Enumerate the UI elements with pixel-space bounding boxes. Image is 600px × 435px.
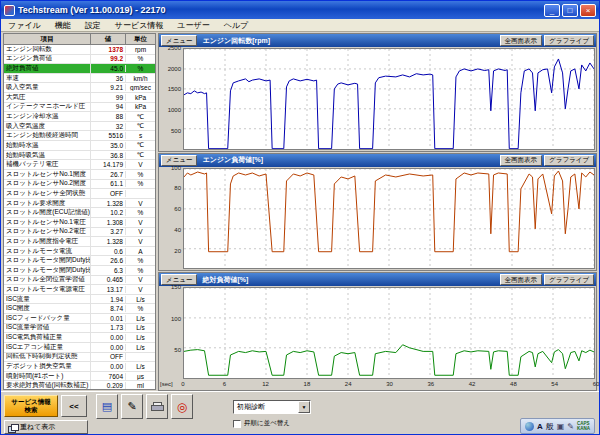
table-row[interactable]: ISC開度8.74% [4,304,155,314]
table-row[interactable]: 絶対負荷値45.0% [4,64,155,74]
table-row[interactable]: 要求絶対負荷値(回転数補正)0.209ml [4,381,155,390]
table-row[interactable]: スロットルモータ開閉Duty比26.6% [4,256,155,266]
collapse-button[interactable]: << [61,395,87,417]
table-row[interactable]: スロットルセンサ全閉状態OFF [4,189,155,199]
table-row[interactable]: 車速36km/h [4,74,155,84]
row-value: 1.73 [91,324,126,331]
row-unit: A [126,248,155,255]
chart-panel-0: メニューエンジン回転数[rpm]全画面表示グラフライブ5001000150020… [158,33,597,152]
table-row[interactable]: スロットルセンサNo.1電圧1.308V [4,218,155,228]
table-row[interactable]: 始動時水温35.0℃ [4,141,155,151]
table-row[interactable]: ISC流量学習値1.73L/s [4,324,155,334]
table-row[interactable]: スロットルセンサNo.1開度26.7% [4,170,155,180]
table-row[interactable]: スロットル開度指令電圧1.328V [4,237,155,247]
row-unit: kPa [126,94,155,101]
overlay-display-button[interactable]: 重ねて表示 [4,420,88,434]
row-unit: ml [126,382,155,389]
diagnosis-mode-dropdown[interactable]: 初期診断 ▼ [233,400,311,414]
table-row[interactable]: エンジン冷却水温88℃ [4,112,155,122]
ime-mode-kanji[interactable]: 般 [546,421,554,432]
row-value: 9.21 [91,84,126,91]
menu-item[interactable]: ヘルプ [217,20,256,31]
table-row[interactable]: デポジット損失空気量0.00L/s [4,362,155,372]
table-row[interactable]: ISC流量1.94L/s [4,295,155,305]
table-row[interactable]: インテークマニホールド圧94kPa [4,103,155,113]
row-item-label: 吸入空気量 [4,83,91,92]
chart-graphlive-button[interactable]: グラフライブ [544,35,594,46]
chart-fullscreen-button[interactable]: 全画面表示 [500,155,543,166]
datalist-button[interactable]: ▤ [96,394,118,419]
print-button[interactable] [146,394,168,419]
table-row[interactable]: 補機バッテリ電圧14.179V [4,160,155,170]
row-item-label: スロットルセンサNo.1電圧 [4,218,91,227]
row-unit: V [126,228,155,235]
titlebar: Techstream (Ver 11.00.019) - 22170 _ □ × [1,1,599,19]
row-unit: % [126,267,155,274]
table-row[interactable]: 回転低下時制御判定状態OFF [4,353,155,363]
menu-item[interactable]: ファイル [1,20,48,31]
table-header: 項目 値 単位 [4,34,155,45]
table-row[interactable]: エンジン負荷値99.2% [4,55,155,65]
table-row[interactable]: スロットルモータ開閉Duty比6.3% [4,266,155,276]
table-row[interactable]: スロットル全閉位置学習値0.465V [4,276,155,286]
row-item-label: スロットル開度指令電圧 [4,237,91,246]
ime-mode-alpha[interactable]: A [537,422,543,431]
chevron-down-icon[interactable]: ▼ [298,401,310,413]
menu-item[interactable]: サービス情報 [108,20,171,31]
ime-language-icon[interactable] [525,422,534,431]
table-row[interactable]: 吸入空気量9.21gm/sec [4,83,155,93]
row-unit: V [126,200,155,207]
menu-item[interactable]: 機能 [48,20,78,31]
table-row[interactable]: 始動時吸気温36.8℃ [4,151,155,161]
row-unit: s [126,132,155,139]
row-value: 0.00 [91,344,126,351]
ime-toolbar: A 般 ▣ ✎ CAPS KANA [520,418,595,434]
menu-item[interactable]: ユーザー [170,20,216,31]
table-row[interactable]: 大気圧99kPa [4,93,155,103]
table-row[interactable]: エンジン始動後経過時間5516s [4,131,155,141]
table-row[interactable]: スロットル開度(ECU記憶値)10.2% [4,208,155,218]
main-area: 項目 値 単位 エンジン回転数1378rpmエンジン負荷値99.2%絶対負荷値4… [1,32,599,391]
table-row[interactable]: スロットルセンサNo.2開度61.1% [4,180,155,190]
row-unit: gm/sec [126,84,155,91]
table-row[interactable]: スロットルモータ電源電圧13.17V [4,285,155,295]
ime-pad-icon[interactable]: ✎ [567,422,574,431]
overlay-button-label: 重ねて表示 [20,422,55,432]
table-row[interactable]: 吸入空気温度32℃ [4,122,155,132]
sort-ascending-checkbox[interactable]: 昇順に並べ替え [233,419,290,428]
row-item-label: 要求絶対負荷値(回転数補正) [4,381,91,390]
printer-icon [151,402,164,412]
chart-fullscreen-button[interactable]: 全画面表示 [500,35,543,46]
row-unit: V [126,238,155,245]
checkbox-box[interactable] [233,420,241,428]
row-value: 5516 [91,132,126,139]
chart-graphlive-button[interactable]: グラフライブ [544,274,594,285]
table-row[interactable]: スロットルモータ電流0.6A [4,247,155,257]
table-row[interactable]: 噴射時間(#1ポート)7604μs [4,372,155,382]
data-list-table: 項目 値 単位 エンジン回転数1378rpmエンジン負荷値99.2%絶対負荷値4… [3,33,156,390]
table-row[interactable]: ISC電気負荷補正量0.00L/s [4,333,155,343]
row-value: 6.3 [91,267,126,274]
snapshot-button[interactable]: ◎ [171,394,193,419]
row-value: 0.6 [91,248,126,255]
row-value: 0.465 [91,276,126,283]
row-item-label: スロットルモータ開閉Duty比 [4,266,91,275]
row-unit: ℃ [126,122,155,130]
table-row[interactable]: ISCエアコン補正量0.00L/s [4,343,155,353]
chart-fullscreen-button[interactable]: 全画面表示 [500,274,543,285]
row-unit: % [126,257,155,264]
table-row[interactable]: スロットルセンサNo.2電圧3.27V [4,228,155,238]
minimize-button[interactable]: _ [544,4,560,17]
table-row[interactable]: ISCフィードバック量0.01L/s [4,314,155,324]
row-value: 10.2 [91,209,126,216]
table-row[interactable]: エンジン回転数1378rpm [4,45,155,55]
record-button[interactable]: ✎ [121,394,143,419]
maximize-button[interactable]: □ [562,4,578,17]
chart-graphlive-button[interactable]: グラフライブ [544,155,594,166]
service-info-search-button[interactable]: サービス情報 検索 [4,395,58,417]
table-row[interactable]: スロットル要求開度1.328V [4,199,155,209]
ime-tools-icon[interactable]: ▣ [557,422,565,431]
close-button[interactable]: × [580,4,596,17]
row-value: 1378 [91,46,126,53]
menu-item[interactable]: 設定 [78,20,108,31]
